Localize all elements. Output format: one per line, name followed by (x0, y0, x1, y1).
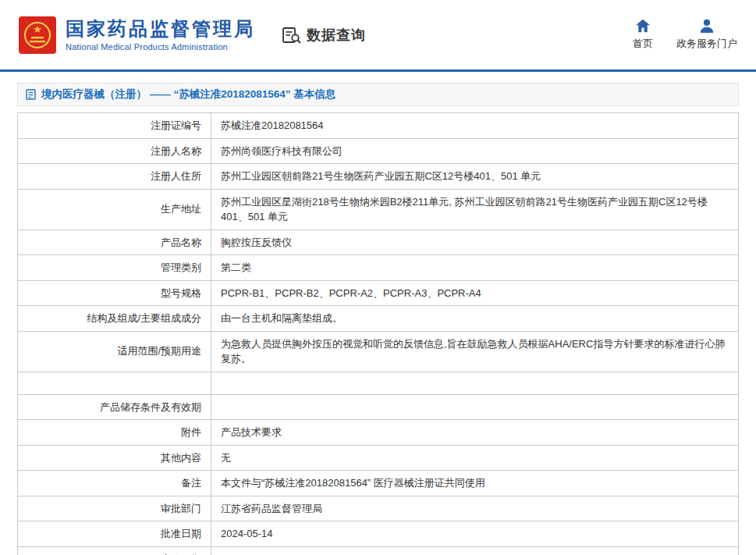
table-row: 备注本文件与“苏械注准20182081564” 医疗器械注册证共同使用 (18, 471, 739, 496)
national-emblem-logo: ★ (19, 16, 56, 54)
row-value: 由一台主机和隔离垫组成。 (211, 306, 739, 332)
page-title: 境内医疗器械（注册） —— “苏械注准20182081564” 基本信息 (41, 87, 335, 101)
row-label: 附件 (18, 420, 211, 446)
row-label: 生效日期 (18, 546, 211, 555)
row-label-text: 附件 (181, 426, 201, 438)
table-row: 附件产品技术要求 (18, 420, 739, 446)
row-value: 苏州尚领医疗科技有限公司 (211, 138, 739, 164)
user-icon (699, 19, 715, 33)
row-value: 2023-11-29 (211, 546, 739, 555)
row-label-text: 产品储存条件及有效期 (100, 401, 201, 413)
row-label: 型号规格 (18, 280, 211, 306)
table-row: 生效日期2023-11-29 (18, 546, 739, 555)
table-row: 结构及组成/主要组成成分由一台主机和隔离垫组成。 (18, 306, 739, 332)
row-label: 产品储存条件及有效期 (18, 394, 211, 420)
row-value: 产品技术要求 (211, 420, 739, 446)
row-label-text: 备注 (181, 477, 201, 489)
row-label-text: 注册人住所 (151, 170, 201, 182)
row-value: 苏械注准20182081564 (211, 113, 739, 139)
row-value: 苏州工业园区朝前路21号生物医药产业园五期C区12号楼401、501 单元 (211, 164, 739, 190)
agency-name-en: National Medical Products Administration (66, 42, 255, 52)
table-row: 审批部门江苏省药品监督管理局 (18, 496, 739, 521)
row-label-text: 批准日期 (161, 528, 201, 539)
row-label-text: 审批部门 (161, 503, 201, 514)
row-label: 生产地址 (18, 189, 211, 229)
row-value: 苏州工业园区星湖街218号生物纳米园B2楼211单元, 苏州工业园区朝前路21号… (211, 189, 739, 229)
home-icon (635, 19, 651, 33)
data-query-section: 数据查询 (282, 26, 366, 44)
agency-name-cn: 国家药品监督管理局 (66, 18, 255, 41)
row-label-text: 结构及组成/主要组成成分 (87, 312, 201, 324)
row-label: 审批部门 (18, 496, 211, 521)
row-value: 第二类 (211, 255, 739, 281)
row-label: 管理类别 (18, 255, 211, 281)
nav-home[interactable]: 首页 (633, 19, 653, 51)
row-label: 其他内容 (18, 445, 211, 471)
row-label: 结构及组成/主要组成成分 (18, 306, 211, 332)
table-row: 管理类别第二类 (18, 255, 739, 281)
table-row: 其他内容无 (18, 445, 739, 471)
row-label-text: 生产地址 (161, 203, 201, 215)
row-label-text: 适用范围/预期用途 (117, 345, 201, 357)
row-label: 注册人名称 (18, 138, 211, 164)
table-row: 注册人名称苏州尚领医疗科技有限公司 (18, 138, 739, 164)
document-icon (26, 89, 36, 100)
nav-gov-portal-label: 政务服务门户 (676, 37, 737, 51)
row-label-text: 型号规格 (161, 287, 201, 299)
agency-title-block: 国家药品监督管理局 National Medical Products Admi… (66, 18, 255, 52)
row-value (211, 372, 739, 394)
table-row: 批准日期2024-05-14 (18, 521, 739, 547)
row-value: 2024-05-14 (211, 521, 739, 547)
table-row: 适用范围/预期用途为急救人员提供胸外按压的视觉和听觉的反馈信息,旨在鼓励急救人员… (18, 331, 739, 372)
row-label-text: 管理类别 (161, 261, 201, 273)
row-value: 胸腔按压反馈仪 (211, 229, 739, 255)
table-row (18, 372, 739, 394)
data-query-label: 数据查询 (307, 26, 366, 44)
row-label-text: 产品名称 (161, 237, 201, 248)
row-label: 注册人住所 (18, 164, 211, 190)
header-nav: 首页 政务服务门户 (633, 19, 737, 51)
info-table-body: 注册证编号苏械注准20182081564注册人名称苏州尚领医疗科技有限公司注册人… (18, 113, 739, 555)
table-row: 产品储存条件及有效期 (18, 394, 739, 420)
row-label: 注册证编号 (18, 113, 211, 139)
row-value: 江苏省药品监督管理局 (211, 496, 739, 521)
main-content: 境内医疗器械（注册） —— “苏械注准20182081564” 基本信息 注册证… (0, 72, 756, 555)
row-value: PCPR-B1、PCPR-B2、PCPR-A2、PCPR-A3、PCPR-A4 (211, 280, 739, 306)
table-row: 产品名称胸腔按压反馈仪 (18, 229, 739, 255)
page-title-bar: 境内医疗器械（注册） —— “苏械注准20182081564” 基本信息 (17, 83, 739, 106)
row-label: 备注 (18, 471, 211, 496)
table-row: 注册证编号苏械注准20182081564 (18, 113, 739, 139)
svg-text:★: ★ (33, 23, 42, 35)
row-value: 本文件与“苏械注准20182081564” 医疗器械注册证共同使用 (211, 471, 739, 496)
nav-home-label: 首页 (633, 37, 653, 51)
row-value: 为急救人员提供胸外按压的视觉和听觉的反馈信息,旨在鼓励急救人员根据AHA/ERC… (211, 331, 739, 372)
nav-gov-portal[interactable]: 政务服务门户 (676, 19, 737, 51)
row-label-text: 其他内容 (161, 452, 201, 464)
row-label-text: 注册人名称 (151, 145, 201, 157)
row-value (211, 394, 739, 420)
data-query-icon (282, 26, 302, 44)
table-row: 生产地址苏州工业园区星湖街218号生物纳米园B2楼211单元, 苏州工业园区朝前… (18, 189, 739, 229)
row-label (18, 372, 211, 394)
row-label: 批准日期 (18, 521, 211, 547)
row-label-text: 注册证编号 (151, 119, 201, 131)
site-header: ★ 国家药品监督管理局 National Medical Products Ad… (0, 0, 756, 69)
row-label: 产品名称 (18, 229, 211, 255)
table-row: 型号规格PCPR-B1、PCPR-B2、PCPR-A2、PCPR-A3、PCPR… (18, 280, 739, 306)
row-label: 适用范围/预期用途 (18, 331, 211, 372)
registration-info-table: 注册证编号苏械注准20182081564注册人名称苏州尚领医疗科技有限公司注册人… (17, 112, 739, 555)
table-row: 注册人住所苏州工业园区朝前路21号生物医药产业园五期C区12号楼401、501 … (18, 164, 739, 190)
row-value: 无 (211, 445, 739, 471)
